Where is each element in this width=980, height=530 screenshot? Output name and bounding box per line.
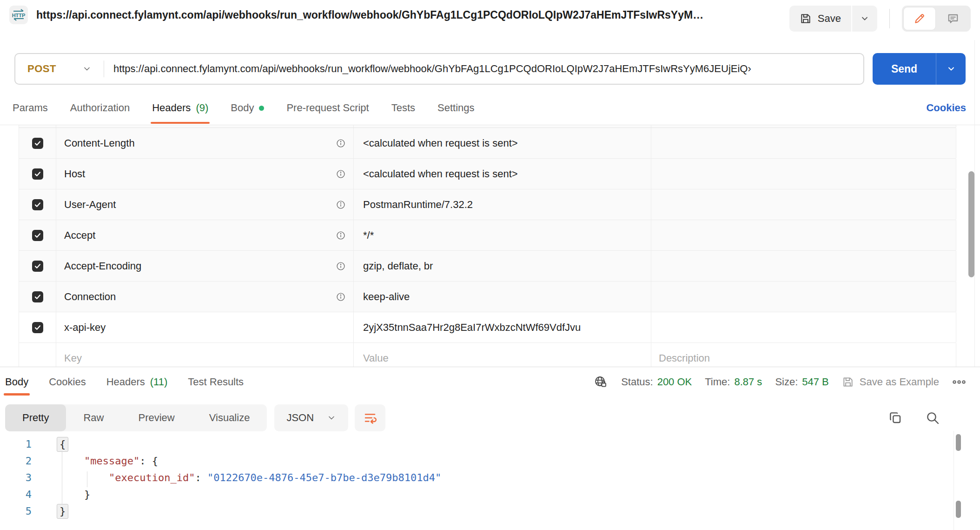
header-checkbox[interactable]	[32, 230, 43, 241]
tab-pre-request-script[interactable]: Pre-request Script	[286, 91, 369, 125]
header-key[interactable]: Connection	[64, 291, 116, 303]
response-tab-test-results[interactable]: Test Results	[188, 367, 244, 397]
pencil-icon	[914, 13, 926, 25]
format-label: JSON	[286, 412, 314, 424]
cookies-link[interactable]: Cookies	[926, 102, 966, 114]
header-checkbox[interactable]	[32, 168, 43, 180]
response-headers-count-badge: (11)	[150, 376, 168, 388]
view-visualize[interactable]: Visualize	[192, 404, 267, 431]
info-icon[interactable]	[336, 230, 346, 241]
send-split: Send	[873, 53, 966, 85]
header-key[interactable]: x-api-key	[64, 322, 106, 334]
new-header-description-placeholder[interactable]: Description	[651, 343, 956, 367]
header-value[interactable]: <calculated when request is sent>	[354, 159, 651, 189]
time-value: 8.87 s	[734, 376, 762, 388]
search-button[interactable]	[925, 410, 940, 425]
response-meta: Status: 200 OK Time: 8.87 s Size: 547 B	[593, 375, 966, 389]
header-description[interactable]	[651, 312, 956, 342]
header-key[interactable]: Accept	[64, 229, 95, 242]
response-body-code[interactable]: 1 { 2 "message": { 3 "execution_id": "01…	[0, 436, 980, 520]
mode-segmented-control	[902, 6, 971, 32]
header-checkbox[interactable]	[32, 291, 43, 302]
copy-button[interactable]	[888, 410, 903, 425]
comments-button[interactable]	[937, 7, 969, 30]
save-button[interactable]: Save	[789, 6, 851, 32]
header-description[interactable]	[651, 128, 956, 158]
save-as-example-button[interactable]: Save as Example	[842, 376, 939, 388]
tab-authorization[interactable]: Authorization	[70, 91, 130, 125]
header-checkbox[interactable]	[32, 138, 43, 149]
header-value[interactable]: 2yjX35tnnSaa7Hr2g8EaI7rWxbzcNtWf69VdfJvu	[354, 312, 651, 342]
header-checkbox[interactable]	[32, 199, 43, 210]
globe-lock-icon[interactable]	[593, 375, 608, 389]
header-key[interactable]: Content-Length	[64, 137, 135, 149]
table-row: Accept */*	[19, 220, 956, 251]
tab-params[interactable]: Params	[13, 91, 48, 125]
header-value[interactable]: PostmanRuntime/7.32.2	[354, 189, 651, 220]
header-description[interactable]	[651, 159, 956, 189]
new-header-value-placeholder[interactable]: Value	[354, 343, 651, 367]
body-modified-dot	[259, 106, 264, 111]
floppy-icon	[842, 376, 854, 388]
view-raw[interactable]: Raw	[66, 404, 121, 431]
header-description[interactable]	[651, 282, 956, 312]
response-scrollbar-thumb[interactable]	[956, 434, 961, 451]
response-tab-body[interactable]: Body	[5, 367, 28, 397]
time-indicator: Time: 8.87 s	[705, 376, 762, 388]
info-icon[interactable]	[336, 138, 346, 148]
save-options-chevron[interactable]	[852, 6, 877, 32]
wrap-text-button[interactable]	[355, 404, 385, 431]
topbar-divider	[889, 9, 890, 28]
response-tab-headers[interactable]: Headers (11)	[106, 367, 168, 397]
response-actions	[888, 410, 940, 425]
info-icon[interactable]	[336, 292, 346, 302]
header-value[interactable]: */*	[354, 220, 651, 250]
header-description[interactable]	[651, 189, 956, 220]
save-label: Save	[818, 13, 841, 25]
url-input[interactable]	[113, 54, 863, 84]
response-scrollbar-track	[954, 431, 954, 530]
fold-marker[interactable]: {	[57, 437, 68, 452]
window-scrollbar-thumb[interactable]	[968, 171, 974, 277]
code-line: 1 {	[0, 436, 980, 453]
header-key[interactable]: Host	[64, 168, 85, 180]
tab-tests[interactable]: Tests	[391, 91, 415, 125]
ellipsis-icon[interactable]	[952, 375, 966, 389]
indent-guide	[87, 471, 87, 487]
send-button[interactable]: Send	[873, 53, 936, 85]
info-icon[interactable]	[336, 200, 346, 210]
header-description[interactable]	[651, 220, 956, 250]
header-key[interactable]: Accept-Encoding	[64, 260, 141, 272]
view-pretty[interactable]: Pretty	[5, 404, 66, 431]
header-key[interactable]: User-Agent	[64, 199, 116, 211]
response-tab-cookies[interactable]: Cookies	[49, 367, 86, 397]
url-divider	[104, 60, 104, 77]
tab-body[interactable]: Body	[231, 91, 264, 125]
status-label: Status:	[621, 376, 653, 388]
format-selector[interactable]: JSON	[274, 404, 348, 431]
url-box: POST	[14, 53, 864, 85]
size-indicator: Size: 547 B	[775, 376, 828, 388]
request-title: https://api.connect.fylamynt.com/api/web…	[36, 6, 775, 24]
http-arrows-icon: HTTP	[9, 6, 28, 24]
header-value[interactable]: gzip, deflate, br	[354, 251, 651, 281]
header-checkbox[interactable]	[32, 261, 43, 272]
table-row: User-Agent PostmanRuntime/7.32.2	[19, 189, 956, 220]
header-value[interactable]: keep-alive	[354, 282, 651, 312]
header-checkbox[interactable]	[32, 322, 43, 333]
tab-headers[interactable]: Headers (9)	[152, 91, 208, 125]
info-icon[interactable]	[336, 261, 346, 271]
new-header-key-placeholder[interactable]: Key	[56, 343, 354, 367]
tab-settings[interactable]: Settings	[437, 91, 475, 125]
header-description[interactable]	[651, 251, 956, 281]
view-preview[interactable]: Preview	[121, 404, 192, 431]
code-line: 5 }	[0, 503, 980, 520]
request-builder: POST Send	[14, 53, 966, 85]
edit-mode-button[interactable]	[904, 7, 935, 30]
info-icon[interactable]	[336, 169, 346, 179]
header-value[interactable]: <calculated when request is sent>	[354, 128, 651, 158]
fold-marker[interactable]: }	[57, 504, 68, 519]
response-scrollbar-thumb[interactable]	[956, 501, 961, 518]
send-options-chevron[interactable]	[936, 53, 966, 85]
method-selector[interactable]: POST	[15, 63, 104, 75]
